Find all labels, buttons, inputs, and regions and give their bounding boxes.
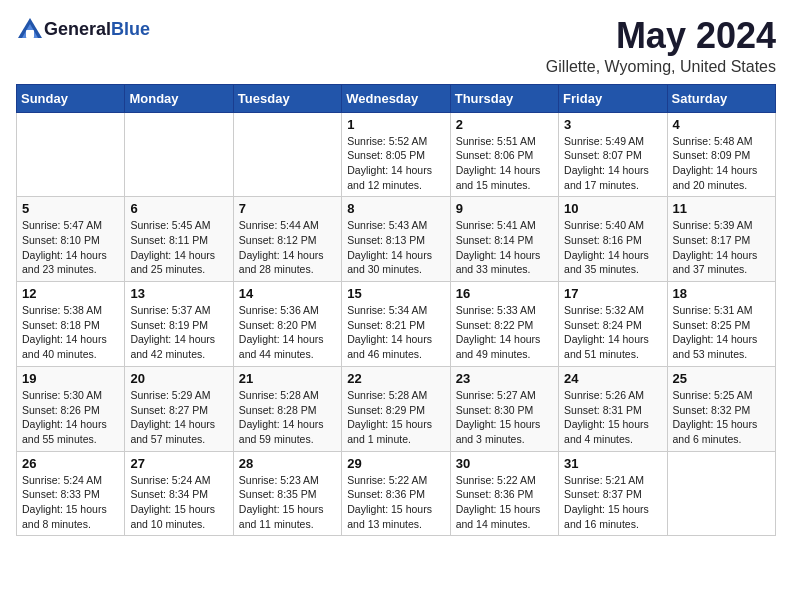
day-info: Sunrise: 5:47 AM Sunset: 8:10 PM Dayligh…	[22, 218, 119, 277]
day-info: Sunrise: 5:45 AM Sunset: 8:11 PM Dayligh…	[130, 218, 227, 277]
day-info: Sunrise: 5:29 AM Sunset: 8:27 PM Dayligh…	[130, 388, 227, 447]
logo-blue: Blue	[111, 19, 150, 39]
day-number: 25	[673, 371, 770, 386]
day-cell	[17, 112, 125, 197]
day-info: Sunrise: 5:21 AM Sunset: 8:37 PM Dayligh…	[564, 473, 661, 532]
day-number: 23	[456, 371, 553, 386]
dow-header-wednesday: Wednesday	[342, 84, 450, 112]
day-number: 22	[347, 371, 444, 386]
day-info: Sunrise: 5:27 AM Sunset: 8:30 PM Dayligh…	[456, 388, 553, 447]
calendar-subtitle: Gillette, Wyoming, United States	[546, 58, 776, 76]
day-cell: 25Sunrise: 5:25 AM Sunset: 8:32 PM Dayli…	[667, 366, 775, 451]
day-cell: 11Sunrise: 5:39 AM Sunset: 8:17 PM Dayli…	[667, 197, 775, 282]
day-cell: 16Sunrise: 5:33 AM Sunset: 8:22 PM Dayli…	[450, 282, 558, 367]
day-number: 5	[22, 201, 119, 216]
day-number: 8	[347, 201, 444, 216]
day-cell: 15Sunrise: 5:34 AM Sunset: 8:21 PM Dayli…	[342, 282, 450, 367]
week-row-4: 19Sunrise: 5:30 AM Sunset: 8:26 PM Dayli…	[17, 366, 776, 451]
day-number: 19	[22, 371, 119, 386]
day-info: Sunrise: 5:52 AM Sunset: 8:05 PM Dayligh…	[347, 134, 444, 193]
day-info: Sunrise: 5:22 AM Sunset: 8:36 PM Dayligh…	[456, 473, 553, 532]
day-cell: 13Sunrise: 5:37 AM Sunset: 8:19 PM Dayli…	[125, 282, 233, 367]
day-number: 14	[239, 286, 336, 301]
day-cell: 23Sunrise: 5:27 AM Sunset: 8:30 PM Dayli…	[450, 366, 558, 451]
day-cell: 14Sunrise: 5:36 AM Sunset: 8:20 PM Dayli…	[233, 282, 341, 367]
day-number: 30	[456, 456, 553, 471]
day-cell: 12Sunrise: 5:38 AM Sunset: 8:18 PM Dayli…	[17, 282, 125, 367]
day-info: Sunrise: 5:48 AM Sunset: 8:09 PM Dayligh…	[673, 134, 770, 193]
day-number: 2	[456, 117, 553, 132]
week-row-1: 1Sunrise: 5:52 AM Sunset: 8:05 PM Daylig…	[17, 112, 776, 197]
day-number: 1	[347, 117, 444, 132]
day-info: Sunrise: 5:25 AM Sunset: 8:32 PM Dayligh…	[673, 388, 770, 447]
title-block: May 2024 Gillette, Wyoming, United State…	[546, 16, 776, 76]
dow-header-saturday: Saturday	[667, 84, 775, 112]
day-number: 18	[673, 286, 770, 301]
day-number: 21	[239, 371, 336, 386]
day-cell: 10Sunrise: 5:40 AM Sunset: 8:16 PM Dayli…	[559, 197, 667, 282]
dow-header-monday: Monday	[125, 84, 233, 112]
day-info: Sunrise: 5:39 AM Sunset: 8:17 PM Dayligh…	[673, 218, 770, 277]
logo-icon	[16, 16, 44, 44]
day-cell: 8Sunrise: 5:43 AM Sunset: 8:13 PM Daylig…	[342, 197, 450, 282]
day-cell: 22Sunrise: 5:28 AM Sunset: 8:29 PM Dayli…	[342, 366, 450, 451]
day-cell	[125, 112, 233, 197]
day-number: 10	[564, 201, 661, 216]
day-cell: 2Sunrise: 5:51 AM Sunset: 8:06 PM Daylig…	[450, 112, 558, 197]
day-cell: 30Sunrise: 5:22 AM Sunset: 8:36 PM Dayli…	[450, 451, 558, 536]
day-number: 15	[347, 286, 444, 301]
svg-rect-2	[26, 30, 34, 38]
day-info: Sunrise: 5:32 AM Sunset: 8:24 PM Dayligh…	[564, 303, 661, 362]
day-cell: 4Sunrise: 5:48 AM Sunset: 8:09 PM Daylig…	[667, 112, 775, 197]
logo: GeneralBlue	[16, 16, 150, 44]
calendar-table: SundayMondayTuesdayWednesdayThursdayFrid…	[16, 84, 776, 537]
day-cell: 20Sunrise: 5:29 AM Sunset: 8:27 PM Dayli…	[125, 366, 233, 451]
day-cell: 31Sunrise: 5:21 AM Sunset: 8:37 PM Dayli…	[559, 451, 667, 536]
dow-header-thursday: Thursday	[450, 84, 558, 112]
day-info: Sunrise: 5:43 AM Sunset: 8:13 PM Dayligh…	[347, 218, 444, 277]
day-cell: 24Sunrise: 5:26 AM Sunset: 8:31 PM Dayli…	[559, 366, 667, 451]
day-of-week-row: SundayMondayTuesdayWednesdayThursdayFrid…	[17, 84, 776, 112]
day-cell: 17Sunrise: 5:32 AM Sunset: 8:24 PM Dayli…	[559, 282, 667, 367]
day-number: 28	[239, 456, 336, 471]
calendar-header: GeneralBlue May 2024 Gillette, Wyoming, …	[16, 16, 776, 76]
day-number: 16	[456, 286, 553, 301]
day-info: Sunrise: 5:31 AM Sunset: 8:25 PM Dayligh…	[673, 303, 770, 362]
day-info: Sunrise: 5:24 AM Sunset: 8:33 PM Dayligh…	[22, 473, 119, 532]
day-info: Sunrise: 5:49 AM Sunset: 8:07 PM Dayligh…	[564, 134, 661, 193]
day-info: Sunrise: 5:26 AM Sunset: 8:31 PM Dayligh…	[564, 388, 661, 447]
day-number: 24	[564, 371, 661, 386]
day-info: Sunrise: 5:28 AM Sunset: 8:29 PM Dayligh…	[347, 388, 444, 447]
day-number: 27	[130, 456, 227, 471]
day-number: 26	[22, 456, 119, 471]
day-number: 11	[673, 201, 770, 216]
dow-header-friday: Friday	[559, 84, 667, 112]
day-info: Sunrise: 5:23 AM Sunset: 8:35 PM Dayligh…	[239, 473, 336, 532]
day-number: 12	[22, 286, 119, 301]
week-row-2: 5Sunrise: 5:47 AM Sunset: 8:10 PM Daylig…	[17, 197, 776, 282]
day-number: 17	[564, 286, 661, 301]
day-info: Sunrise: 5:44 AM Sunset: 8:12 PM Dayligh…	[239, 218, 336, 277]
dow-header-tuesday: Tuesday	[233, 84, 341, 112]
logo-general: General	[44, 19, 111, 39]
day-cell: 26Sunrise: 5:24 AM Sunset: 8:33 PM Dayli…	[17, 451, 125, 536]
day-cell: 1Sunrise: 5:52 AM Sunset: 8:05 PM Daylig…	[342, 112, 450, 197]
day-info: Sunrise: 5:51 AM Sunset: 8:06 PM Dayligh…	[456, 134, 553, 193]
dow-header-sunday: Sunday	[17, 84, 125, 112]
day-cell: 18Sunrise: 5:31 AM Sunset: 8:25 PM Dayli…	[667, 282, 775, 367]
day-cell: 29Sunrise: 5:22 AM Sunset: 8:36 PM Dayli…	[342, 451, 450, 536]
day-cell: 21Sunrise: 5:28 AM Sunset: 8:28 PM Dayli…	[233, 366, 341, 451]
day-cell	[233, 112, 341, 197]
day-info: Sunrise: 5:37 AM Sunset: 8:19 PM Dayligh…	[130, 303, 227, 362]
day-info: Sunrise: 5:34 AM Sunset: 8:21 PM Dayligh…	[347, 303, 444, 362]
day-cell: 19Sunrise: 5:30 AM Sunset: 8:26 PM Dayli…	[17, 366, 125, 451]
day-number: 31	[564, 456, 661, 471]
day-info: Sunrise: 5:24 AM Sunset: 8:34 PM Dayligh…	[130, 473, 227, 532]
day-number: 6	[130, 201, 227, 216]
day-number: 4	[673, 117, 770, 132]
day-cell: 28Sunrise: 5:23 AM Sunset: 8:35 PM Dayli…	[233, 451, 341, 536]
day-number: 20	[130, 371, 227, 386]
day-info: Sunrise: 5:36 AM Sunset: 8:20 PM Dayligh…	[239, 303, 336, 362]
day-cell: 5Sunrise: 5:47 AM Sunset: 8:10 PM Daylig…	[17, 197, 125, 282]
day-info: Sunrise: 5:40 AM Sunset: 8:16 PM Dayligh…	[564, 218, 661, 277]
